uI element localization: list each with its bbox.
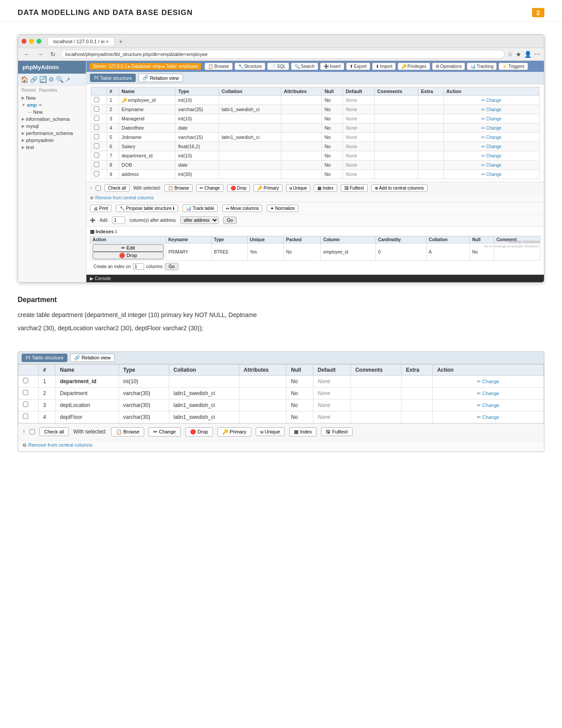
footer-drop-button[interactable]: 🔴 Drop <box>227 184 250 192</box>
row-checkbox-5[interactable] <box>94 134 99 139</box>
dept-check-all-checkbox[interactable] <box>30 429 35 434</box>
toolbar-import-button[interactable]: ⬇ Import <box>372 63 396 70</box>
tab-table-structure[interactable]: 𝕄 Table structure <box>90 74 136 82</box>
home-icon[interactable]: 🏠 <box>21 76 28 83</box>
remove-central-link[interactable]: Remove from central columns <box>95 195 154 200</box>
forward-button[interactable]: → <box>35 50 45 59</box>
browser-minimize-dot[interactable] <box>29 39 34 44</box>
footer-index-button[interactable]: ▦ Index <box>314 184 337 192</box>
create-index-go-button[interactable]: Go <box>165 263 179 270</box>
change-button[interactable]: ✏ Change <box>437 414 539 420</box>
browser-tab[interactable]: localhost / 127.0.0.1 / ei × <box>48 37 115 45</box>
profile-icon[interactable]: 👤 <box>524 51 532 58</box>
drop-button[interactable]: 🔴 Drop <box>539 135 544 140</box>
dept-tab-relation-view[interactable]: 🔗 Relation view <box>70 354 114 362</box>
change-button[interactable]: ✏ Change <box>447 144 536 149</box>
check-all-checkbox[interactable] <box>96 186 101 191</box>
footer-browse-button[interactable]: 📋 Browse <box>164 184 193 192</box>
change-button[interactable]: ✏ Change <box>447 116 536 121</box>
idx-drop-button[interactable]: 🔴 Drop <box>93 252 164 259</box>
browser-maximize-dot[interactable] <box>37 39 41 44</box>
drop-button[interactable]: 🔴 Drop <box>539 107 544 112</box>
bookmark-icon[interactable]: ★ <box>516 51 521 58</box>
drop-button[interactable]: 🔴 Drop <box>542 379 544 385</box>
drop-button[interactable]: 🔴 Drop <box>539 144 544 149</box>
toolbar-privileges-button[interactable]: 🔑 Privileges <box>398 63 430 70</box>
dept-footer-change-button[interactable]: ✏ Change <box>149 427 181 437</box>
expand-icon[interactable]: ↗ <box>65 76 71 83</box>
footer-change-button[interactable]: ✏ Change <box>196 184 223 192</box>
toolbar-triggers-button[interactable]: ⚡ Triggers <box>499 63 528 70</box>
dept-remove-central-link[interactable]: Remove from central columns <box>28 442 93 448</box>
dept-check-all-button[interactable]: Check all <box>39 427 69 436</box>
change-button[interactable]: ✏ Change <box>447 163 536 168</box>
toolbar-sql-button[interactable]: 📄 SQL <box>267 63 289 70</box>
change-button[interactable]: ✏ Change <box>447 153 536 158</box>
dept-footer-browse-button[interactable]: 📋 Browse <box>111 427 145 437</box>
sidebar-item-test[interactable]: ▶ test <box>18 144 86 151</box>
back-button[interactable]: ← <box>22 50 32 59</box>
row-checkbox-1[interactable] <box>94 97 99 102</box>
change-button[interactable]: ✏ Change <box>437 403 539 408</box>
drop-button[interactable]: 🔴 Drop <box>542 391 544 396</box>
toolbar-structure-button[interactable]: 🔧 Structure <box>234 63 266 70</box>
sql-icon[interactable]: 🔗 <box>30 76 37 83</box>
drop-button[interactable]: 🔴 Drop <box>539 153 544 158</box>
sidebar-item-performance-schema[interactable]: ▶ performance_schema <box>18 130 86 137</box>
add-column-go-button[interactable]: Go <box>223 217 237 224</box>
star-icon[interactable]: ☆ <box>507 51 513 58</box>
row-checkbox-6[interactable] <box>94 143 99 149</box>
toolbar-operations-button[interactable]: ⚙ Operations <box>432 63 465 70</box>
sidebar-item-emp[interactable]: ▼ emp ⇒ <box>18 101 86 108</box>
change-button[interactable]: ✏ Change <box>437 391 539 396</box>
dept-tab-table-structure[interactable]: 𝕄 Table structure <box>22 354 67 362</box>
drop-button[interactable]: 🔴 Drop <box>539 116 544 121</box>
sidebar-item-mysql[interactable]: ▶ mysql <box>18 123 86 130</box>
dept-footer-index-button[interactable]: ▦ Index <box>289 427 316 437</box>
print-button[interactable]: 🖨 Print <box>90 205 112 212</box>
dept-footer-fulltext-button[interactable]: 🖫 Fulltext <box>321 427 353 436</box>
dept-row-checkbox-1[interactable] <box>23 378 28 383</box>
check-all-button[interactable]: Check all <box>104 184 130 192</box>
row-checkbox-8[interactable] <box>94 162 99 167</box>
row-checkbox-7[interactable] <box>94 153 99 158</box>
tab-relation-view[interactable]: 🔗 Relation view <box>138 74 182 82</box>
sidebar-item-information-schema[interactable]: ▶ information_schema <box>18 116 86 123</box>
search-icon[interactable]: 🔍 <box>56 76 63 83</box>
row-checkbox-2[interactable] <box>94 106 99 112</box>
browser-close-dot[interactable] <box>22 39 26 44</box>
drop-button[interactable]: 🔴 Drop <box>542 403 544 408</box>
idx-edit-button[interactable]: ✏ Edit <box>93 244 164 252</box>
refresh-icon[interactable]: 🔄 <box>39 76 47 83</box>
toolbar-search-button[interactable]: 🔍 Search <box>291 63 318 70</box>
dept-footer-drop-button[interactable]: 🔴 Drop <box>185 427 213 437</box>
add-column-position-select[interactable]: after address at end at beginning <box>180 217 219 224</box>
pma-console-bar[interactable]: ▶ Console <box>86 275 544 282</box>
row-checkbox-9[interactable] <box>94 171 99 176</box>
browser-new-tab-button[interactable]: + <box>119 38 123 45</box>
sidebar-item-new[interactable]: ▶ New <box>18 94 86 101</box>
dept-footer-primary-button[interactable]: 🔑 Primary <box>217 427 251 437</box>
change-button[interactable]: ✏ Change <box>447 107 536 112</box>
drop-button[interactable]: 🔴 Drop <box>542 414 544 420</box>
dept-row-checkbox-2[interactable] <box>23 390 28 395</box>
create-index-cols-input[interactable] <box>133 263 144 270</box>
settings-icon[interactable]: ⚙ <box>48 76 54 83</box>
drop-button[interactable]: 🔴 Drop <box>539 163 544 168</box>
row-checkbox-3[interactable] <box>94 116 99 121</box>
add-column-count[interactable] <box>112 217 125 224</box>
footer-primary-button[interactable]: 🔑 Primary <box>253 184 282 192</box>
change-button[interactable]: ✏ Change <box>447 135 536 140</box>
propose-structure-button[interactable]: 🔧 Propose table structure ℹ <box>116 205 178 212</box>
more-options-icon[interactable]: ⋯ <box>534 51 540 58</box>
toolbar-tracking-button[interactable]: 📊 Tracking <box>467 63 497 70</box>
address-bar[interactable]: localhost/phpmyadmin/tbl_structure.php/d… <box>60 50 505 59</box>
sidebar-item-emp-new[interactable]: — New <box>24 108 86 116</box>
change-button[interactable]: ✏ Change <box>447 172 536 177</box>
change-button[interactable]: ✏ Change <box>447 126 536 131</box>
change-button[interactable]: ✏ Change <box>447 98 536 103</box>
footer-add-central-button[interactable]: ⊕ Add to central columns <box>371 184 428 192</box>
toolbar-insert-button[interactable]: ➕ Insert <box>320 63 344 70</box>
footer-fulltext-button[interactable]: 🖫 Fulltext <box>341 184 368 192</box>
row-checkbox-4[interactable] <box>94 125 99 130</box>
